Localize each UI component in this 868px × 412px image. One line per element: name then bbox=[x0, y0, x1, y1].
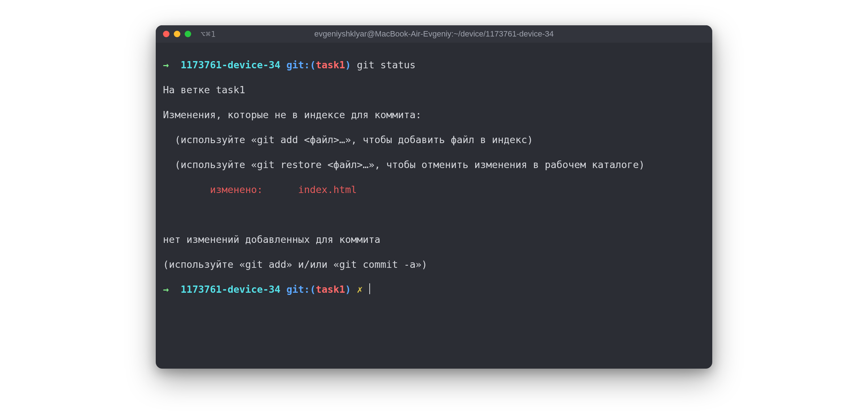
prompt-dir: 1173761-device-34 bbox=[181, 59, 280, 70]
output-line: Изменения, которые не в индексе для комм… bbox=[163, 109, 705, 121]
output-line: (используйте «git restore <файл>…», чтоб… bbox=[163, 159, 705, 171]
traffic-lights bbox=[163, 31, 191, 37]
terminal-body[interactable]: → 1173761-device-34 git:(task1) git stat… bbox=[156, 43, 712, 369]
prompt-line-1: → 1173761-device-34 git:(task1) git stat… bbox=[163, 59, 705, 72]
modified-file: index.html bbox=[298, 184, 357, 195]
modified-file-line: изменено: index.html bbox=[163, 184, 705, 196]
output-line: На ветке task1 bbox=[163, 84, 705, 96]
git-branch: task1 bbox=[316, 284, 345, 295]
terminal-window: ⌥⌘1 evgeniyshklyar@MacBook-Air-Evgeniy:~… bbox=[156, 25, 712, 369]
dirty-icon: ✗ bbox=[357, 284, 362, 295]
blank-line bbox=[163, 209, 705, 221]
prompt-arrow-icon: → bbox=[163, 59, 169, 70]
title-bar: ⌥⌘1 evgeniyshklyar@MacBook-Air-Evgeniy:~… bbox=[156, 25, 712, 43]
git-label: git:( bbox=[286, 284, 315, 295]
command-text: git status bbox=[357, 59, 416, 70]
prompt-line-2: → 1173761-device-34 git:(task1) ✗ bbox=[163, 283, 705, 296]
output-line: нет изменений добавленных для коммита bbox=[163, 233, 705, 246]
git-label: git:( bbox=[286, 59, 315, 70]
close-icon[interactable] bbox=[163, 31, 169, 37]
window-title: evgeniyshklyar@MacBook-Air-Evgeniy:~/dev… bbox=[156, 29, 712, 39]
cursor-icon bbox=[369, 283, 370, 294]
minimize-icon[interactable] bbox=[174, 31, 180, 37]
git-close: ) bbox=[345, 59, 351, 70]
git-branch: task1 bbox=[316, 59, 345, 70]
zoom-icon[interactable] bbox=[185, 31, 191, 37]
output-line: (используйте «git add» и/или «git commit… bbox=[163, 258, 705, 271]
hotkey-hint: ⌥⌘1 bbox=[201, 30, 216, 39]
output-line: (используйте «git add <файл>…», чтобы до… bbox=[163, 134, 705, 146]
modified-label: изменено: bbox=[163, 184, 298, 195]
git-close: ) bbox=[345, 284, 351, 295]
prompt-dir: 1173761-device-34 bbox=[181, 284, 280, 295]
prompt-arrow-icon: → bbox=[163, 284, 169, 295]
